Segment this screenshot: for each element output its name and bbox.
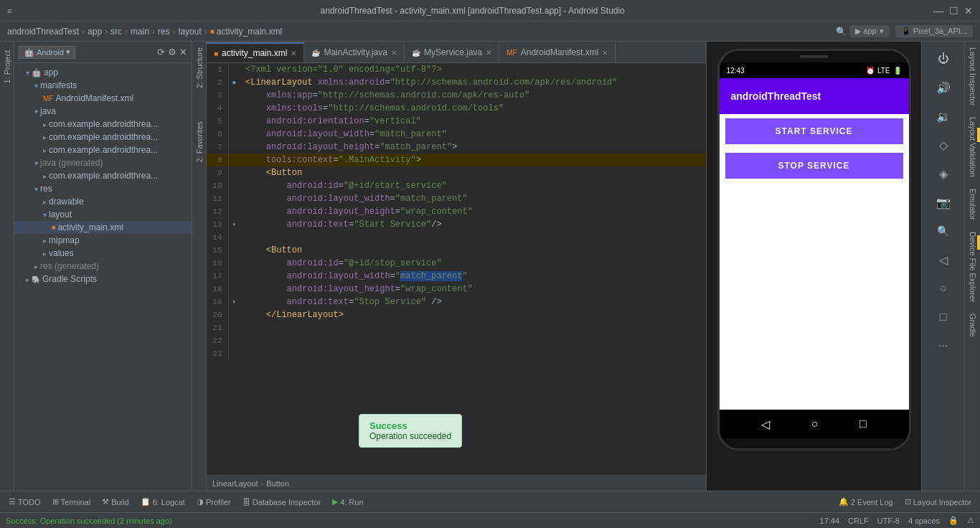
tree-item-pkg1[interactable]: ▸ com.example.androidthrea... xyxy=(14,118,192,131)
recents-nav-button[interactable]: □ xyxy=(859,418,867,430)
tree-item-app[interactable]: ▾ 🤖 app xyxy=(14,66,192,79)
tab-close-2[interactable]: ✕ xyxy=(486,49,491,57)
cog-icon[interactable]: ⚙ xyxy=(168,47,176,57)
event-log-button[interactable]: 🔔 2 Event Log xyxy=(834,494,897,511)
tree-item-java-gen[interactable]: ▾ java (generated) xyxy=(14,156,192,169)
tree-item-mipmap[interactable]: ▸ mipmap xyxy=(14,234,192,247)
tree-item-pkg3[interactable]: ▸ com.example.androidthrea... xyxy=(14,143,192,156)
bc-res[interactable]: res xyxy=(158,27,170,37)
volume-up-icon[interactable]: 🔊 xyxy=(930,75,956,100)
bc-filename[interactable]: activity_main.xml xyxy=(217,27,282,37)
phone-status-bar: 12:43 ⏰ LTE 🔋 xyxy=(720,62,909,78)
tab-activity-main-xml[interactable]: ■ activity_main.xml ✕ xyxy=(207,42,304,62)
gradle-tab[interactable]: Gradle xyxy=(966,308,979,343)
tree-item-pkg-gen[interactable]: ▸ com.example.androidthrea... xyxy=(14,169,192,182)
project-label: 1: Project xyxy=(1,44,13,89)
bc-main[interactable]: main xyxy=(131,27,149,37)
phone-start-service-button[interactable]: START SERVICE xyxy=(725,118,903,144)
bc-project[interactable]: androidThreadTest xyxy=(7,27,79,37)
sidebar-toolbar: 🤖 Android ▾ ⟳ ⚙ ✕ xyxy=(14,42,192,63)
maximize-button[interactable]: ☐ xyxy=(949,5,958,16)
profiler-button[interactable]: ◑ Profiler xyxy=(192,494,235,511)
bc-src[interactable]: src xyxy=(110,27,122,37)
screenshot-icon[interactable]: 📷 xyxy=(930,189,956,215)
search-icon[interactable]: 🔍 xyxy=(836,27,847,37)
run-button[interactable]: ▶ 4: Run xyxy=(328,494,367,511)
android-dropdown[interactable]: 🤖 Android ▾ xyxy=(19,46,75,59)
back-nav-button[interactable]: ◁ xyxy=(761,418,770,431)
tree-item-res-gen[interactable]: ▸ res (generated) xyxy=(14,260,192,273)
tree-item-java[interactable]: ▾ java xyxy=(14,105,192,118)
project-tab[interactable]: 1: Project xyxy=(0,42,14,491)
lock-icon: 🔒 xyxy=(948,516,958,525)
minimize-button[interactable]: — xyxy=(933,5,943,16)
scroll-marker-1 xyxy=(977,128,980,142)
phone-alarm-icon: ⏰ xyxy=(866,67,875,75)
rotate-ccw-icon[interactable]: ◈ xyxy=(930,161,956,187)
tab-close-3[interactable]: ✕ xyxy=(602,49,608,57)
phone-frame: 12:43 ⏰ LTE 🔋 androidThreadTest START SE… xyxy=(717,49,911,451)
close-panel-icon[interactable]: ✕ xyxy=(179,47,187,57)
cursor-position[interactable]: 17:44 xyxy=(820,517,840,525)
home-icon[interactable]: ○ xyxy=(930,275,956,301)
sync-icon[interactable]: ⟳ xyxy=(157,47,165,57)
layout-validation-tab[interactable]: Layout Validation xyxy=(966,111,979,183)
code-line-3: 3 xmlns:app="http://schemas.android.com/… xyxy=(207,89,706,102)
code-editor[interactable]: 1 <?xml version="1.0" encoding="utf-8"?>… xyxy=(207,63,706,475)
tree-item-gradle[interactable]: ▸ 🐘 Gradle Scripts xyxy=(14,273,192,286)
terminal-button[interactable]: ⊞ Terminal xyxy=(48,494,95,511)
logcat-button[interactable]: 📋 6: Logcat xyxy=(136,494,189,511)
layout-inspector-tab[interactable]: Layout Inspector xyxy=(966,42,979,111)
tree-item-manifests[interactable]: ▾ manifests xyxy=(14,79,192,92)
todo-button[interactable]: ☰ TODO xyxy=(4,494,45,511)
tree-item-pkg2[interactable]: ▸ com.example.androidthrea... xyxy=(14,131,192,143)
tree-item-androidmanifest[interactable]: MF AndroidManifest.xml xyxy=(14,92,192,105)
rotate-icon[interactable]: ◇ xyxy=(930,132,956,158)
power-icon[interactable]: ⏻ xyxy=(930,46,956,72)
success-toast: Success Operation succeeded xyxy=(359,414,462,448)
build-button[interactable]: ⚒ Build xyxy=(98,494,133,511)
android-icon: 🤖 xyxy=(24,47,34,57)
structure-tab[interactable]: 2: Structure xyxy=(194,42,205,94)
tree-item-drawable[interactable]: ▸ drawable xyxy=(14,195,192,208)
code-line-14: 14 xyxy=(207,231,706,244)
indent-setting[interactable]: 4 spaces xyxy=(908,517,940,525)
code-line-18: 18 android:layout_height="wrap_content" xyxy=(207,283,706,296)
zoom-icon[interactable]: 🔍 xyxy=(930,218,956,244)
emulator-tab[interactable]: Emulator xyxy=(966,183,979,226)
tree-item-activity-main[interactable]: ■ activity_main.xml xyxy=(14,221,192,234)
status-message: Success: Operation succeeded (2 minutes … xyxy=(6,517,172,525)
status-right: 17:44 CRLF UTF-8 4 spaces 🔒 ⚠ xyxy=(820,516,974,525)
line-ending[interactable]: CRLF xyxy=(848,517,869,525)
run-config-dropdown[interactable]: ▾ xyxy=(880,27,884,36)
todo-icon: ☰ xyxy=(9,497,16,506)
favorites-tab[interactable]: 2: Favorites xyxy=(194,116,205,168)
layout-inspector-bottom-button[interactable]: ⊡ Layout Inspector xyxy=(900,494,976,511)
back-icon[interactable]: ◁ xyxy=(930,247,956,273)
more-icon[interactable]: ··· xyxy=(930,333,956,359)
run-config[interactable]: ▶ app ▾ xyxy=(849,25,889,37)
xml-file-icon: ■ xyxy=(52,224,55,231)
tab-close-1[interactable]: ✕ xyxy=(391,49,397,57)
volume-down-icon[interactable]: 🔉 xyxy=(930,103,956,129)
phone-stop-service-button[interactable]: STOP SERVICE xyxy=(725,153,903,179)
phone-speaker xyxy=(720,51,909,62)
tab-mainactivity-java[interactable]: ☕ MainActivity.java ✕ xyxy=(304,42,404,62)
square-icon[interactable]: □ xyxy=(930,304,956,330)
tree-item-res[interactable]: ▾ res xyxy=(14,182,192,195)
logcat-icon: 📋 xyxy=(141,497,151,506)
close-button[interactable]: ✕ xyxy=(964,5,973,16)
device-selector[interactable]: 📱 Pixel_3a_API... xyxy=(895,25,973,37)
tab-androidmanifest-xml[interactable]: MF AndroidManifest.xml ✕ xyxy=(499,42,616,62)
charset[interactable]: UTF-8 xyxy=(877,517,900,525)
bc-linearlayout[interactable]: LinearLayout xyxy=(212,479,258,488)
home-nav-button[interactable]: ○ xyxy=(811,418,819,430)
tab-close-0[interactable]: ✕ xyxy=(291,50,296,57)
tab-myservice-java[interactable]: ☕ MyService.java ✕ xyxy=(405,42,499,62)
tree-item-values[interactable]: ▸ values xyxy=(14,247,192,260)
bc-app[interactable]: app xyxy=(88,27,102,37)
bc-button[interactable]: Button xyxy=(266,479,289,488)
bc-layout[interactable]: layout xyxy=(179,27,202,37)
database-inspector-button[interactable]: 🗄 Database Inspector xyxy=(238,494,325,511)
tree-item-layout[interactable]: ▾ layout xyxy=(14,208,192,221)
